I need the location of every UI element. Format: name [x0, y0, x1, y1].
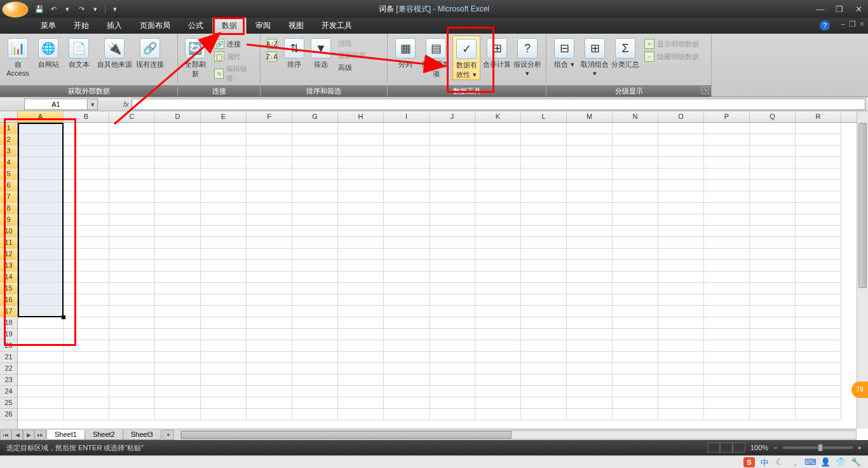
cell-F6[interactable] — [247, 180, 292, 191]
cell-L18[interactable] — [521, 317, 567, 329]
cell-H3[interactable] — [338, 146, 384, 157]
cell-N14[interactable] — [613, 272, 658, 283]
pagebreak-view-button[interactable] — [733, 443, 745, 453]
cell-R13[interactable] — [796, 260, 841, 272]
select-all-corner[interactable] — [0, 111, 18, 122]
cell-L24[interactable] — [521, 386, 567, 397]
cell-K23[interactable] — [475, 375, 521, 386]
col-header-F[interactable]: F — [247, 111, 292, 122]
cell-I26[interactable] — [384, 409, 430, 420]
cell-D18[interactable] — [155, 317, 201, 329]
cell-J3[interactable] — [430, 146, 475, 157]
cell-E16[interactable] — [201, 294, 247, 306]
cell-D17[interactable] — [155, 306, 201, 317]
cell-D3[interactable] — [155, 146, 201, 157]
cell-N17[interactable] — [613, 306, 658, 317]
cell-N21[interactable] — [613, 352, 658, 363]
cell-Q21[interactable] — [750, 352, 796, 363]
cell-R25[interactable] — [796, 397, 841, 409]
cell-R20[interactable] — [796, 340, 841, 352]
zoom-thumb[interactable] — [818, 444, 823, 451]
cell-H16[interactable] — [338, 294, 384, 306]
cell-H22[interactable] — [338, 363, 384, 375]
cell-B2[interactable] — [64, 134, 109, 146]
ime-comma-icon[interactable]: ， — [789, 457, 801, 467]
cell-B6[interactable] — [64, 180, 109, 191]
sheet-nav-0[interactable]: ⏮ — [0, 430, 11, 440]
cell-G6[interactable] — [292, 180, 338, 191]
cell-I18[interactable] — [384, 317, 430, 329]
row-header-26[interactable]: 26 — [0, 409, 17, 420]
cell-K22[interactable] — [475, 363, 521, 375]
cell-C13[interactable] — [109, 260, 155, 272]
row-header-24[interactable]: 24 — [0, 386, 17, 397]
edit-links-button[interactable]: ✎编辑链接 — [212, 64, 256, 84]
cell-F15[interactable] — [247, 283, 292, 294]
cell-E3[interactable] — [201, 146, 247, 157]
cell-G12[interactable] — [292, 249, 338, 260]
cell-G8[interactable] — [292, 203, 338, 214]
cell-B23[interactable] — [64, 375, 109, 386]
cell-L7[interactable] — [521, 191, 567, 203]
help-icon[interactable]: ? — [820, 20, 830, 31]
ime-settings-icon[interactable]: 🔧 — [850, 457, 862, 467]
cell-G17[interactable] — [292, 306, 338, 317]
cell-C10[interactable] — [109, 226, 155, 237]
cell-C18[interactable] — [109, 317, 155, 329]
hide-detail-button[interactable]: −隐藏明细数据 — [642, 51, 702, 62]
cell-H10[interactable] — [338, 226, 384, 237]
horizontal-scrollbar[interactable] — [180, 430, 857, 439]
cell-A23[interactable] — [18, 375, 64, 386]
cell-I17[interactable] — [384, 306, 430, 317]
cell-P20[interactable] — [704, 340, 750, 352]
maximize-button[interactable]: ❐ — [830, 3, 849, 15]
cell-P26[interactable] — [704, 409, 750, 420]
cell-P23[interactable] — [704, 375, 750, 386]
cell-K17[interactable] — [475, 306, 521, 317]
cell-N18[interactable] — [613, 317, 658, 329]
cell-O26[interactable] — [658, 409, 704, 420]
cell-A6[interactable] — [18, 180, 64, 191]
cell-O7[interactable] — [658, 191, 704, 203]
cell-B5[interactable] — [64, 169, 109, 180]
cell-M25[interactable] — [567, 397, 613, 409]
cell-F22[interactable] — [247, 363, 292, 375]
cell-J9[interactable] — [430, 214, 475, 226]
cell-A4[interactable] — [18, 157, 64, 169]
row-header-17[interactable]: 17 — [0, 306, 17, 317]
cell-D13[interactable] — [155, 260, 201, 272]
cell-D1[interactable] — [155, 123, 201, 134]
cell-D20[interactable] — [155, 340, 201, 352]
cell-N3[interactable] — [613, 146, 658, 157]
pagelayout-view-button[interactable] — [720, 443, 733, 453]
cell-C15[interactable] — [109, 283, 155, 294]
cell-I24[interactable] — [384, 386, 430, 397]
cell-N10[interactable] — [613, 226, 658, 237]
row-header-18[interactable]: 18 — [0, 317, 17, 329]
cell-R14[interactable] — [796, 272, 841, 283]
cell-L5[interactable] — [521, 169, 567, 180]
connections-button[interactable]: 🔗连接 — [212, 38, 256, 50]
cell-G9[interactable] — [292, 214, 338, 226]
cell-D19[interactable] — [155, 329, 201, 340]
cell-O24[interactable] — [658, 386, 704, 397]
cell-L6[interactable] — [521, 180, 567, 191]
cell-J24[interactable] — [430, 386, 475, 397]
row-header-9[interactable]: 9 — [0, 214, 17, 226]
outline-btn-0[interactable]: ⊟组合 ▾ — [550, 36, 578, 78]
cell-B7[interactable] — [64, 191, 109, 203]
normal-view-button[interactable] — [707, 443, 720, 453]
tab-审阅[interactable]: 审阅 — [247, 18, 280, 34]
cell-I11[interactable] — [384, 237, 430, 249]
qat-drop2-icon[interactable]: ▾ — [90, 3, 101, 15]
cell-R21[interactable] — [796, 352, 841, 363]
cell-N8[interactable] — [613, 203, 658, 214]
cell-P4[interactable] — [704, 157, 750, 169]
cell-I21[interactable] — [384, 352, 430, 363]
cell-E14[interactable] — [201, 272, 247, 283]
cell-H8[interactable] — [338, 203, 384, 214]
cell-P5[interactable] — [704, 169, 750, 180]
cell-R10[interactable] — [796, 226, 841, 237]
cell-I12[interactable] — [384, 249, 430, 260]
mdi-close-button[interactable]: × — [860, 20, 864, 29]
